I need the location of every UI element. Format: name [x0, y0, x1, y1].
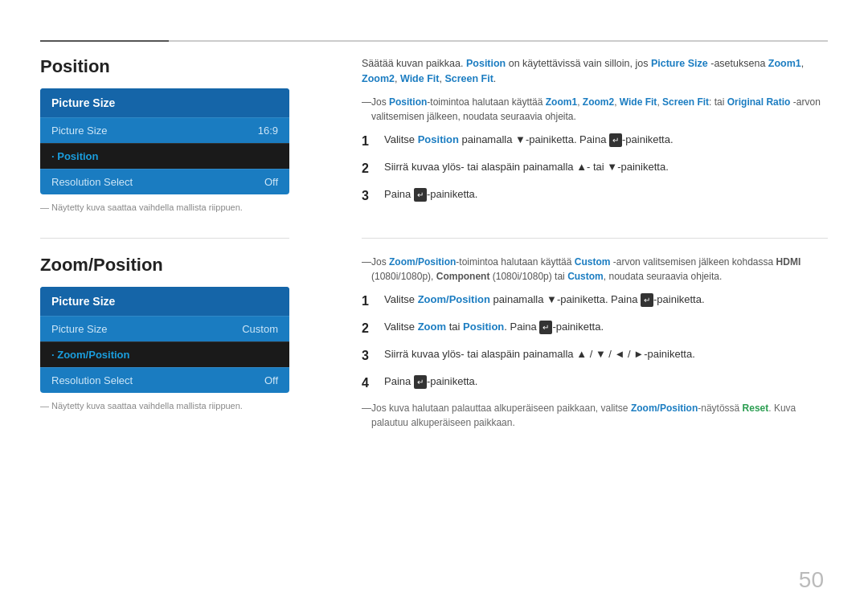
position-title: Position [40, 56, 330, 77]
zoom-widget-note: Näytetty kuva saattaa vaihdella mallista… [40, 401, 330, 411]
position-step-3: 3 Paina ↵-painiketta. [362, 186, 828, 206]
zoom-widget-row-0: Picture Size Custom [40, 316, 289, 341]
position-step3-num: 3 [362, 186, 376, 206]
position-widget: Picture Size Picture Size 16:9 · Positio… [40, 88, 289, 194]
position-step1-num: 1 [362, 132, 376, 151]
zoom-step-1: 1 Valitse Zoom/Position painamalla ▼-pai… [362, 292, 828, 311]
position-widget-row-0: Picture Size 16:9 [40, 117, 289, 143]
zoom-step-2: 2 Valitse Zoom tai Position. Paina ↵-pai… [362, 319, 828, 338]
position-left-col: Position Picture Size Picture Size 16:9 … [40, 56, 346, 214]
position-row2-label: Resolution Select [51, 176, 133, 188]
zoom-step1-text: Valitse Zoom/Position painamalla ▼-paini… [384, 292, 828, 311]
zoom-right-col: Jos Zoom/Position-toimintoa halutaan käy… [346, 255, 828, 438]
page-number: 50 [799, 567, 824, 593]
position-step2-num: 2 [362, 159, 376, 178]
zoom-widget-row-2: Resolution Select Off [40, 367, 289, 393]
zoom-widget: Picture Size Picture Size Custom · Zoom/… [40, 287, 289, 393]
position-widget-note: Näytetty kuva saattaa vaihdella mallista… [40, 202, 330, 212]
zoom-position-section: Zoom/Position Picture Size Picture Size … [40, 255, 828, 438]
position-row0-value: 16:9 [258, 125, 278, 137]
position-widget-row-2: Resolution Select Off [40, 169, 289, 194]
position-row2-value: Off [264, 176, 278, 188]
zoom-step2-num: 2 [362, 319, 376, 338]
zoom-step-4: 4 Paina ↵-painiketta. [362, 374, 828, 393]
zoom-intro: Jos Zoom/Position-toimintoa halutaan käy… [362, 255, 828, 284]
zoom-step3-text: Siirrä kuvaa ylös- tai alaspäin painamal… [384, 346, 828, 366]
zoom-row2-value: Off [264, 374, 278, 386]
position-step-1: 1 Valitse Position painamalla ▼-painiket… [362, 132, 828, 151]
position-steps: 1 Valitse Position painamalla ▼-painiket… [362, 132, 828, 206]
zoom-step2-text: Valitse Zoom tai Position. Paina ↵-paini… [384, 319, 828, 338]
position-step-2: 2 Siirrä kuvaa ylös- tai alaspäin painam… [362, 159, 828, 178]
zoom-title: Zoom/Position [40, 255, 330, 276]
content-area: Position Picture Size Picture Size 16:9 … [40, 56, 828, 446]
zoom-row0-value: Custom [242, 323, 278, 335]
zoom-row0-label: Picture Size [51, 323, 107, 335]
position-right-col: Säätää kuvan paikkaa. Position on käytet… [346, 56, 828, 214]
position-step3-text: Paina ↵-painiketta. [384, 186, 828, 206]
position-row1-label: · Position [51, 150, 99, 162]
position-step1-text: Valitse Position painamalla ▼-painiketta… [384, 132, 828, 151]
zoom-footer-note: Jos kuva halutaan palauttaa alkuperäisee… [362, 401, 828, 430]
zoom-step4-num: 4 [362, 374, 376, 393]
zoom-left-col: Zoom/Position Picture Size Picture Size … [40, 255, 346, 438]
zoom-step4-text: Paina ↵-painiketta. [384, 374, 828, 393]
zoom-row2-label: Resolution Select [51, 374, 133, 386]
zoom-widget-row-1: · Zoom/Position [40, 341, 289, 367]
position-step2-text: Siirrä kuvaa ylös- tai alaspäin painamal… [384, 159, 828, 178]
zoom-step1-num: 1 [362, 292, 376, 311]
top-divider-accent [40, 40, 169, 42]
zoom-widget-header: Picture Size [40, 287, 289, 316]
zoom-step-3: 3 Siirrä kuvaa ylös- tai alaspäin painam… [362, 346, 828, 366]
zoom-steps: 1 Valitse Zoom/Position painamalla ▼-pai… [362, 292, 828, 393]
section-divider-left [40, 238, 289, 239]
position-widget-row-1: · Position [40, 143, 289, 169]
position-section: Position Picture Size Picture Size 16:9 … [40, 56, 828, 214]
section-divider-right [362, 238, 828, 239]
zoom-row1-label: · Zoom/Position [51, 349, 130, 361]
position-row0-label: Picture Size [51, 125, 107, 137]
position-widget-header: Picture Size [40, 88, 289, 117]
position-sub-note: Jos Position-toimintoa halutaan käyttää … [362, 95, 828, 124]
page-container: Position Picture Size Picture Size 16:9 … [0, 0, 868, 613]
zoom-step3-num: 3 [362, 346, 376, 366]
position-intro: Säätää kuvan paikkaa. Position on käytet… [362, 56, 828, 87]
